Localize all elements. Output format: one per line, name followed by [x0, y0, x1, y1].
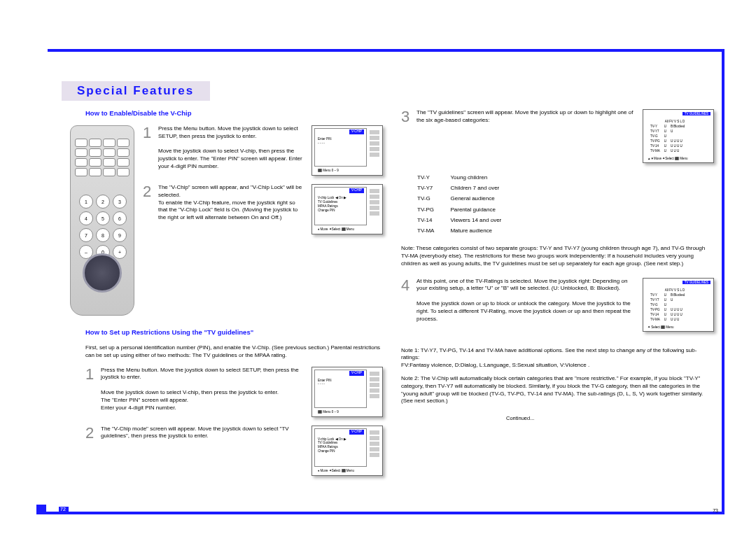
manual-page-spread: Special Features How to Enable/Disable t… — [0, 0, 756, 534]
screen-thumb-enter-pin: V-CHIP Enter PIN - - - - ⬛ Menu 0 – 9 — [312, 125, 383, 176]
rating-desc: Mature audience — [449, 226, 515, 235]
step-text: Press the Menu button. Move the joystick… — [101, 367, 306, 417]
screen-thumb-vchip-menu: V-CHIP V-chip Lock ◀ On ▶ TV Guidelines … — [312, 184, 383, 234]
step-number: 2 — [85, 426, 95, 476]
step-text: At this point, one of the TV-Ratings is … — [416, 278, 637, 332]
intro-text: First, set up a personal identification … — [85, 344, 383, 360]
step-3: 3 The "TV guidelines" screen will appear… — [401, 109, 714, 163]
right-page: 3 The "TV guidelines" screen will appear… — [401, 109, 714, 505]
rating-desc: Young children — [449, 173, 515, 182]
step-4: 4 At this point, one of the TV-Ratings i… — [401, 278, 714, 332]
rating-desc: Parental guidance — [449, 205, 515, 214]
note-2: Note 2: The V-Chip will automatically bl… — [401, 375, 714, 405]
step-number: 1 — [143, 125, 153, 176]
step-number: 3 — [401, 109, 411, 163]
rating-code: TV-Y7 — [416, 183, 448, 192]
note-categories: Note: These categories consist of two se… — [401, 245, 714, 267]
screen-thumb-enter-pin-2: V-CHIP Enter PIN - - - - ⬛ Menu 0 – 9 — [312, 367, 383, 417]
frame-left-tab — [36, 505, 46, 514]
step-text: Press the Menu button. Move the joystick… — [158, 125, 306, 176]
step-1-setup: 1 Press the Menu button. Move the joysti… — [85, 367, 383, 417]
heading-enable-vchip: How to Enable/Disable the V-Chip — [85, 109, 383, 117]
frame-right — [722, 49, 724, 514]
screen-thumb-tv-guidelines-2: TV GUIDELINES All FV V S L DTV-YUB:Block… — [643, 278, 714, 332]
step-text: The "V-Chip mode" screen will appear. Mo… — [101, 426, 306, 476]
rating-code: TV-14 — [416, 216, 448, 225]
step-2-enable: 2 The "V-Chip" screen will appear, and "… — [143, 184, 383, 234]
step-number: 4 — [401, 278, 411, 332]
note-1: Note 1: TV-Y7, TV-PG, TV-14 and TV-MA ha… — [401, 347, 714, 370]
step-2-setup: 2 The "V-Chip mode" screen will appear. … — [85, 426, 383, 476]
chapter-title-block: Special Features — [62, 81, 210, 101]
chapter-title: Special Features — [77, 84, 194, 98]
remote-control-illustration: 123 456 789 –0+ — [70, 125, 134, 316]
screen-thumb-tv-guidelines: TV GUIDELINES All FV V S L DTV-YUB:Block… — [643, 109, 714, 163]
guidelines-grid: All FV V S L DTV-YUB:BlockedTV-Y7UUTV-GU… — [648, 287, 709, 323]
ratings-table: TV-YYoung childrenTV-Y7Children 7 and ov… — [415, 171, 517, 237]
page-number-right: 73 — [713, 508, 718, 513]
rating-desc: Viewers 14 and over — [449, 216, 515, 225]
frame-bottom — [36, 512, 724, 514]
rating-code: TV-G — [416, 194, 448, 203]
remote-diagram-area: 123 456 789 –0+ 1 Press the Menu button.… — [70, 125, 383, 316]
step-text: The "V-Chip" screen will appear, and "V-… — [158, 184, 306, 234]
content-area: How to Enable/Disable the V-Chip 123 456… — [70, 109, 714, 505]
step-number: 2 — [143, 184, 153, 234]
frame-top — [48, 49, 724, 52]
rating-desc: General audience — [449, 194, 515, 203]
heading-tv-guidelines: How to Set up Restrictions Using the "TV… — [85, 328, 383, 336]
rating-code: TV-PG — [416, 205, 448, 214]
left-page: How to Enable/Disable the V-Chip 123 456… — [70, 109, 383, 505]
step-text: The "TV guidelines" screen will appear. … — [416, 109, 637, 163]
continued-label: Continued... — [506, 415, 714, 421]
step-1-enable: 1 Press the Menu button. Move the joysti… — [143, 125, 383, 176]
rating-desc: Children 7 and over — [449, 183, 515, 192]
step-number: 1 — [85, 367, 95, 417]
rating-code: TV-MA — [416, 226, 448, 235]
guidelines-grid: All FV V S L DTV-YUB:BlockedTV-Y7UUTV-GU… — [648, 118, 709, 154]
joystick-icon — [83, 253, 122, 293]
screen-thumb-vchip-menu-2: V-CHIP V-chip Lock ◀ On ▶ TV Guidelines … — [312, 426, 383, 476]
page-number-left: 72 — [59, 507, 69, 513]
rating-code: TV-Y — [416, 173, 448, 182]
